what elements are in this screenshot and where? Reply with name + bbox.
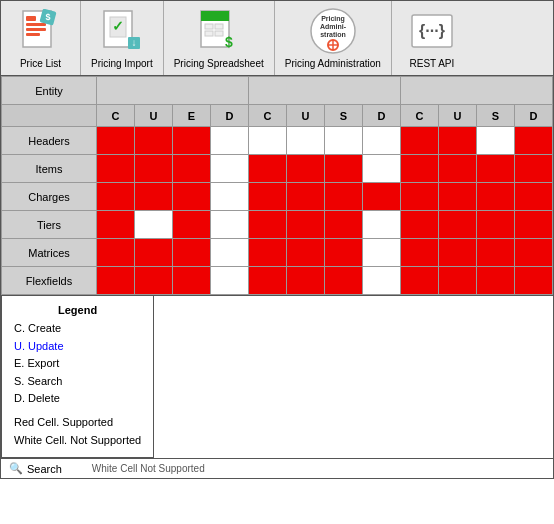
legend-item-0: C. Create bbox=[14, 320, 141, 338]
cell-3-0 bbox=[97, 211, 135, 239]
row-label-flexfields: Flexfields bbox=[2, 267, 97, 295]
table-row: Tiers bbox=[2, 211, 553, 239]
entity-col-header: Entity bbox=[2, 77, 97, 105]
cell-1-7 bbox=[363, 155, 401, 183]
col-h-6: S bbox=[325, 105, 363, 127]
cell-5-6 bbox=[325, 267, 363, 295]
cell-4-5 bbox=[287, 239, 325, 267]
cell-5-7 bbox=[363, 267, 401, 295]
svg-rect-17 bbox=[215, 31, 223, 36]
cell-5-2 bbox=[173, 267, 211, 295]
toolbar-item-pricing-import[interactable]: ✓ ↓ Pricing Import bbox=[81, 1, 164, 75]
cell-2-6 bbox=[325, 183, 363, 211]
svg-rect-2 bbox=[26, 23, 46, 26]
cell-2-11 bbox=[515, 183, 553, 211]
pricing-import-icon: ✓ ↓ bbox=[98, 7, 146, 55]
cell-5-11 bbox=[515, 267, 553, 295]
svg-rect-1 bbox=[26, 16, 36, 21]
col-h-0: C bbox=[97, 105, 135, 127]
cell-4-3 bbox=[211, 239, 249, 267]
toolbar-item-pricing-admin[interactable]: Pricing Admini- stration Pricing Adminis… bbox=[275, 1, 392, 75]
grid-section: Entity C U E D C U S D C U S bbox=[1, 76, 553, 295]
cell-3-1 bbox=[135, 211, 173, 239]
legend-item-6: White Cell. Not Supported bbox=[14, 432, 141, 450]
search-icon: 🔍 bbox=[9, 462, 23, 475]
cell-4-10 bbox=[477, 239, 515, 267]
cell-3-5 bbox=[287, 211, 325, 239]
cell-3-3 bbox=[211, 211, 249, 239]
cell-4-9 bbox=[439, 239, 477, 267]
col-h-11: D bbox=[515, 105, 553, 127]
cell-4-6 bbox=[325, 239, 363, 267]
col-header-row: C U E D C U S D C U S D bbox=[2, 105, 553, 127]
cell-1-6 bbox=[325, 155, 363, 183]
search-label: Search bbox=[27, 463, 62, 475]
table-row: Items bbox=[2, 155, 553, 183]
cell-3-11 bbox=[515, 211, 553, 239]
white-cell-note: White Cell Not Supported bbox=[92, 463, 205, 474]
toolbar-item-pricelist[interactable]: $ Price List bbox=[1, 1, 81, 75]
cell-0-0 bbox=[97, 127, 135, 155]
cell-2-2 bbox=[173, 183, 211, 211]
cell-0-9 bbox=[439, 127, 477, 155]
pricing-admin-icon: Pricing Admini- stration bbox=[309, 7, 357, 55]
svg-text:✓: ✓ bbox=[112, 18, 124, 34]
col-h-10: S bbox=[477, 105, 515, 127]
cell-4-11 bbox=[515, 239, 553, 267]
svg-text:stration: stration bbox=[320, 31, 346, 38]
legend-title: Legend bbox=[14, 304, 141, 316]
cell-5-3 bbox=[211, 267, 249, 295]
cell-4-7 bbox=[363, 239, 401, 267]
cell-2-0 bbox=[97, 183, 135, 211]
cell-3-10 bbox=[477, 211, 515, 239]
cell-5-10 bbox=[477, 267, 515, 295]
svg-rect-4 bbox=[26, 33, 40, 36]
table-row: Headers bbox=[2, 127, 553, 155]
cell-0-2 bbox=[173, 127, 211, 155]
svg-text:Admini-: Admini- bbox=[320, 23, 347, 30]
row-label-items: Items bbox=[2, 155, 97, 183]
col-h-1: U bbox=[135, 105, 173, 127]
group1-header bbox=[97, 77, 249, 105]
legend-item-1: U. Update bbox=[14, 338, 141, 356]
svg-rect-14 bbox=[205, 24, 213, 29]
cell-3-7 bbox=[363, 211, 401, 239]
row-label-matrices: Matrices bbox=[2, 239, 97, 267]
cell-2-10 bbox=[477, 183, 515, 211]
cell-3-8 bbox=[401, 211, 439, 239]
toolbar: $ Price List ✓ ↓ Pricing Import bbox=[0, 0, 554, 76]
cell-2-8 bbox=[401, 183, 439, 211]
cell-1-3 bbox=[211, 155, 249, 183]
col-h-4: C bbox=[249, 105, 287, 127]
rest-api-icon: {···} bbox=[408, 7, 456, 55]
toolbar-item-pricing-spreadsheet[interactable]: $ Pricing Spreadsheet bbox=[164, 1, 275, 75]
row-label-tiers: Tiers bbox=[2, 211, 97, 239]
svg-text:$: $ bbox=[45, 12, 50, 22]
grid-table: Entity C U E D C U S D C U S bbox=[1, 76, 553, 295]
col-h-9: U bbox=[439, 105, 477, 127]
cell-1-9 bbox=[439, 155, 477, 183]
cell-5-8 bbox=[401, 267, 439, 295]
toolbar-item-rest-api[interactable]: {···} REST API bbox=[392, 1, 472, 75]
main-area: Entity C U E D C U S D C U S bbox=[0, 76, 554, 296]
cell-1-11 bbox=[515, 155, 553, 183]
cell-2-3 bbox=[211, 183, 249, 211]
cell-0-8 bbox=[401, 127, 439, 155]
cell-5-4 bbox=[249, 267, 287, 295]
cell-1-2 bbox=[173, 155, 211, 183]
group-header-row: Entity bbox=[2, 77, 553, 105]
cell-2-1 bbox=[135, 183, 173, 211]
cell-0-1 bbox=[135, 127, 173, 155]
pricing-spreadsheet-icon: $ bbox=[195, 7, 243, 55]
group2-header bbox=[249, 77, 401, 105]
svg-rect-13 bbox=[201, 11, 229, 21]
row-label-charges: Charges bbox=[2, 183, 97, 211]
bottom-bar: 🔍 Search White Cell Not Supported bbox=[0, 459, 554, 479]
cell-2-9 bbox=[439, 183, 477, 211]
cell-4-1 bbox=[135, 239, 173, 267]
svg-text:$: $ bbox=[225, 34, 233, 50]
cell-2-7 bbox=[363, 183, 401, 211]
cell-0-7 bbox=[363, 127, 401, 155]
table-row: Charges bbox=[2, 183, 553, 211]
col-h-5: U bbox=[287, 105, 325, 127]
